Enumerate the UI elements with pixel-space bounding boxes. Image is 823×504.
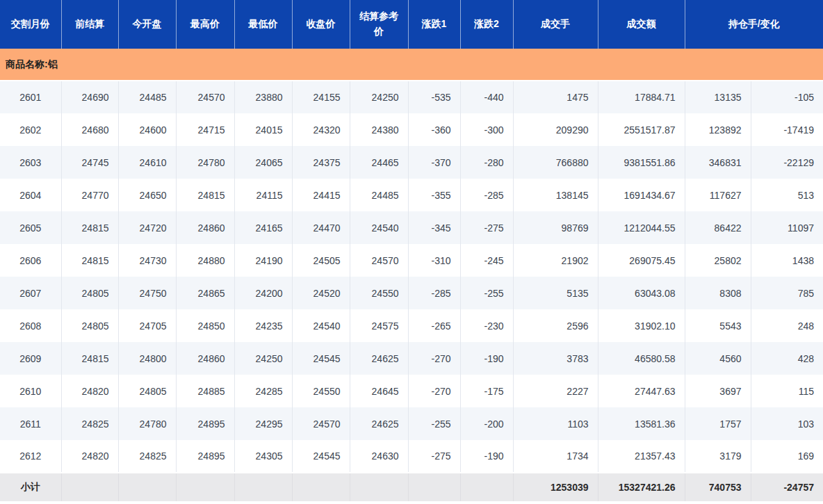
value-cell: 13581.36 [598, 407, 685, 440]
delivery-month-cell: 2612 [0, 440, 61, 473]
col-header-turnover: 成交额 [598, 0, 685, 49]
value-cell: -360 [408, 113, 460, 146]
value-cell: 31902.10 [598, 309, 685, 342]
value-cell: 24800 [118, 342, 176, 375]
value-cell: -255 [408, 407, 460, 440]
commodity-name-label: 商品名称:铝 [0, 49, 823, 81]
quote-row-2608: 2608248052470524850242352454024575-265-2… [0, 309, 823, 342]
value-cell: -230 [460, 309, 513, 342]
value-cell: 24115 [234, 179, 292, 211]
value-cell: 86422 [685, 211, 751, 244]
value-cell: 24470 [292, 211, 350, 244]
value-cell: -22129 [751, 146, 823, 179]
subtotal-empty-cell [234, 473, 292, 501]
header-row: 交割月份 前结算 今开盘 最高价 最低价 收盘价 结算参考价 涨跌1 涨跌2 成… [0, 0, 823, 49]
value-cell: 24715 [176, 113, 234, 146]
value-cell: 24200 [234, 277, 292, 309]
value-cell: 24540 [292, 309, 350, 342]
value-cell: 5135 [513, 277, 598, 309]
value-cell: 24850 [176, 309, 234, 342]
value-cell: 24880 [176, 244, 234, 277]
value-cell: 63043.08 [598, 277, 685, 309]
value-cell: 98769 [513, 211, 598, 244]
value-cell: 24745 [61, 146, 118, 179]
value-cell: 24250 [350, 81, 408, 113]
value-cell: 24885 [176, 375, 234, 407]
value-cell: -190 [460, 342, 513, 375]
value-cell: 24895 [176, 440, 234, 473]
value-cell: -255 [460, 277, 513, 309]
col-header-open-interest-change: 持仓手/变化 [685, 0, 823, 49]
quote-row-2607: 2607248052475024865242002452024550-285-2… [0, 277, 823, 309]
value-cell: 3179 [685, 440, 751, 473]
quote-row-2601: 2601246902448524570238802415524250-535-4… [0, 81, 823, 113]
value-cell: 428 [751, 342, 823, 375]
value-cell: 24380 [350, 113, 408, 146]
value-cell: 24575 [350, 309, 408, 342]
value-cell: 24815 [61, 342, 118, 375]
subtotal-empty-cell [460, 473, 513, 501]
value-cell: 138145 [513, 179, 598, 211]
value-cell: 209290 [513, 113, 598, 146]
value-cell: 1212044.55 [598, 211, 685, 244]
value-cell: 13135 [685, 81, 751, 113]
value-cell: 513 [751, 179, 823, 211]
col-header-low: 最低价 [234, 0, 292, 49]
value-cell: 24545 [292, 440, 350, 473]
value-cell: 766880 [513, 146, 598, 179]
value-cell: 248 [751, 309, 823, 342]
value-cell: 24235 [234, 309, 292, 342]
value-cell: 24545 [292, 342, 350, 375]
quote-row-2606: 2606248152473024880241902450524570-310-2… [0, 244, 823, 277]
value-cell: -440 [460, 81, 513, 113]
value-cell: 24750 [118, 277, 176, 309]
value-cell: 46580.58 [598, 342, 685, 375]
delivery-month-cell: 2610 [0, 375, 61, 407]
value-cell: 24295 [234, 407, 292, 440]
value-cell: 24820 [61, 375, 118, 407]
delivery-month-cell: 2606 [0, 244, 61, 277]
value-cell: 24550 [292, 375, 350, 407]
value-cell: 24415 [292, 179, 350, 211]
delivery-month-cell: 2611 [0, 407, 61, 440]
delivery-month-cell: 2604 [0, 179, 61, 211]
value-cell: 23880 [234, 81, 292, 113]
value-cell: -275 [408, 440, 460, 473]
value-cell: 25802 [685, 244, 751, 277]
value-cell: -175 [460, 375, 513, 407]
col-header-delivery-month: 交割月份 [0, 0, 61, 49]
value-cell: 24485 [350, 179, 408, 211]
futures-quotes-table: 交割月份 前结算 今开盘 最高价 最低价 收盘价 结算参考价 涨跌1 涨跌2 成… [0, 0, 823, 501]
value-cell: -300 [460, 113, 513, 146]
subtotal-empty-cell [176, 473, 234, 501]
value-cell: 24680 [61, 113, 118, 146]
value-cell: 1757 [685, 407, 751, 440]
value-cell: -190 [460, 440, 513, 473]
value-cell: 1691434.67 [598, 179, 685, 211]
value-cell: -200 [460, 407, 513, 440]
subtotal-oi-change: -24757 [751, 473, 823, 501]
value-cell: 24805 [118, 375, 176, 407]
value-cell: 103 [751, 407, 823, 440]
value-cell: 24505 [292, 244, 350, 277]
col-header-volume: 成交手 [513, 0, 598, 49]
value-cell: 1438 [751, 244, 823, 277]
value-cell: 24190 [234, 244, 292, 277]
value-cell: 24805 [61, 309, 118, 342]
value-cell: 24520 [292, 277, 350, 309]
value-cell: 24865 [176, 277, 234, 309]
value-cell: 24630 [350, 440, 408, 473]
value-cell: 24600 [118, 113, 176, 146]
subtotal-empty-cell [408, 473, 460, 501]
value-cell: 1734 [513, 440, 598, 473]
value-cell: 346831 [685, 146, 751, 179]
delivery-month-cell: 2603 [0, 146, 61, 179]
value-cell: 117627 [685, 179, 751, 211]
value-cell: 24015 [234, 113, 292, 146]
value-cell: -17419 [751, 113, 823, 146]
subtotal-open-interest: 740753 [685, 473, 751, 501]
value-cell: 2596 [513, 309, 598, 342]
col-header-settlement-ref: 结算参考价 [350, 0, 408, 49]
value-cell: -270 [408, 375, 460, 407]
value-cell: 24815 [61, 244, 118, 277]
